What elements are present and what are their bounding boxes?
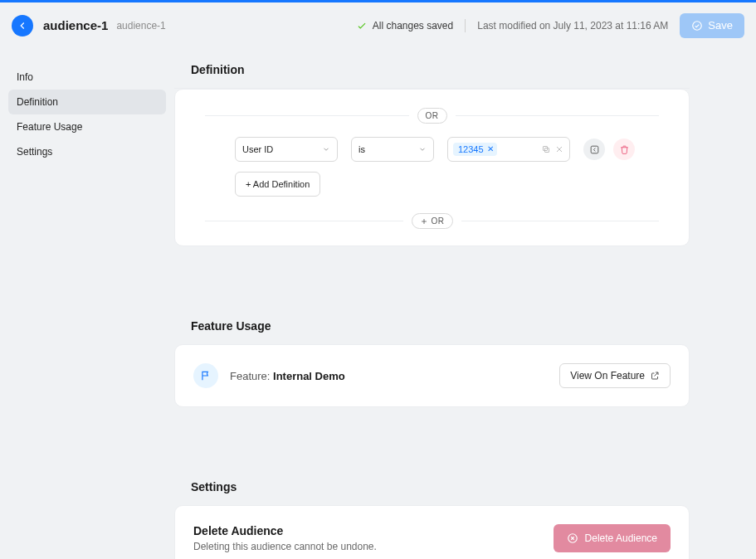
- sidebar-item-feature-usage[interactable]: Feature Usage: [8, 114, 166, 139]
- svg-rect-3: [591, 146, 598, 153]
- check-circle-icon: [691, 20, 703, 32]
- or-divider-bottom: OR: [205, 213, 659, 229]
- feature-usage-card: Feature: Internal Demo View On Feature: [174, 344, 690, 407]
- operator-select[interactable]: is: [351, 137, 434, 162]
- view-on-feature-label: View On Feature: [570, 370, 645, 382]
- add-definition-button[interactable]: + Add Definition: [235, 172, 320, 197]
- or-pill: OR: [417, 108, 447, 124]
- section-title-feature-usage: Feature Usage: [174, 304, 690, 344]
- section-title-definition: Definition: [174, 48, 690, 89]
- view-on-feature-button[interactable]: View On Feature: [559, 363, 671, 388]
- section-title-settings: Settings: [174, 465, 690, 505]
- or-divider-top: OR: [205, 108, 659, 124]
- flag-icon: [200, 370, 212, 382]
- feature-icon-badge: [193, 363, 218, 388]
- last-modified: Last modified on July 11, 2023 at 11:16 …: [466, 20, 680, 32]
- page-subtitle: audience-1: [116, 20, 165, 32]
- svg-point-0: [693, 21, 702, 30]
- value-tag-text: 12345: [458, 144, 484, 154]
- save-status: All changes saved: [344, 20, 465, 32]
- operator-select-value: is: [358, 144, 365, 154]
- settings-card: Delete Audience Deleting this audience c…: [174, 505, 690, 559]
- page-title: audience-1: [43, 18, 108, 32]
- value-tag: 12345 ✕: [453, 143, 497, 156]
- chevron-down-icon: [418, 145, 427, 153]
- definition-card: OR User ID is: [174, 89, 690, 246]
- arrow-left-icon: [17, 20, 28, 32]
- x-circle-icon: [567, 532, 578, 544]
- feature-prefix: Feature:: [230, 370, 273, 382]
- trash-icon: [619, 144, 630, 155]
- sidebar: Info Definition Feature Usage Settings: [0, 48, 174, 559]
- delete-audience-desc: Deleting this audience cannot be undone.: [193, 541, 542, 552]
- save-button[interactable]: Save: [680, 13, 744, 38]
- delete-audience-button[interactable]: Delete Audience: [554, 524, 671, 552]
- chevron-down-icon: [322, 145, 330, 153]
- feature-name: Internal Demo: [273, 370, 345, 382]
- value-input[interactable]: 12345 ✕: [447, 137, 570, 162]
- clear-icon[interactable]: [554, 144, 564, 154]
- save-status-text: All changes saved: [373, 20, 453, 32]
- delete-audience-button-label: Delete Audience: [585, 532, 657, 544]
- sidebar-item-settings[interactable]: Settings: [8, 139, 166, 164]
- back-button[interactable]: [12, 15, 33, 36]
- plus-icon: [420, 217, 428, 226]
- save-button-label: Save: [708, 19, 733, 32]
- field-select-value: User ID: [242, 144, 273, 154]
- field-select[interactable]: User ID: [235, 137, 338, 162]
- delete-audience-title: Delete Audience: [193, 524, 542, 537]
- tag-remove-button[interactable]: ✕: [487, 145, 494, 153]
- check-icon: [356, 20, 368, 32]
- page-header: audience-1 audience-1 All changes saved …: [0, 2, 756, 48]
- collapse-button[interactable]: [583, 139, 605, 160]
- copy-icon[interactable]: [541, 144, 551, 154]
- sidebar-item-definition[interactable]: Definition: [8, 90, 166, 114]
- add-or-button[interactable]: OR: [412, 213, 453, 229]
- chevron-left-box-icon: [589, 144, 600, 155]
- definition-rule-row: User ID is 12345 ✕: [205, 137, 659, 162]
- main-content: Definition OR User ID: [174, 48, 756, 559]
- rule-row-actions: [583, 139, 659, 160]
- sidebar-item-info[interactable]: Info: [8, 65, 166, 90]
- delete-audience-copy: Delete Audience Deleting this audience c…: [193, 524, 542, 552]
- external-link-icon: [650, 371, 660, 381]
- feature-text: Feature: Internal Demo: [230, 370, 548, 382]
- delete-rule-button[interactable]: [613, 139, 635, 160]
